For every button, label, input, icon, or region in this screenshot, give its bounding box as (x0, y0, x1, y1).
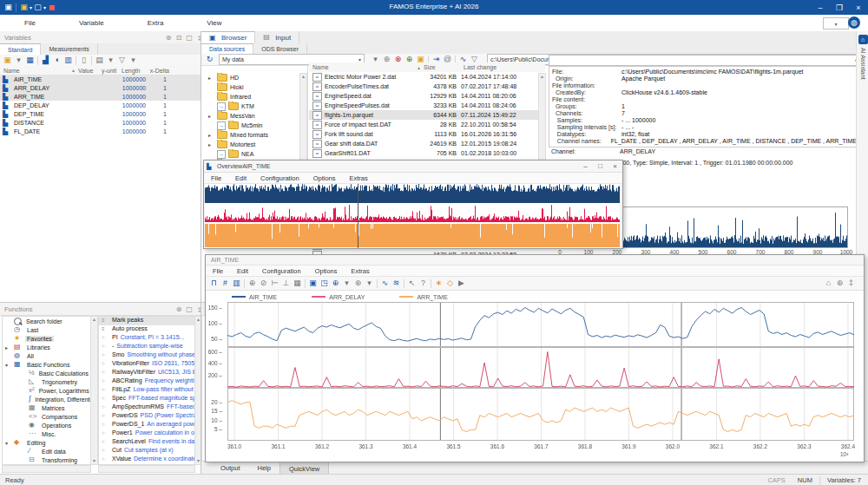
toolbar-icon[interactable]: ⊓ (208, 279, 220, 289)
legend-item[interactable]: AIR_TIME (232, 294, 277, 300)
folder-item[interactable]: ▸ Motortest (201, 140, 299, 149)
function-list-item[interactable]: ≡ Mark peaks (99, 317, 194, 325)
file-row[interactable]: ≈Gear shift data.DAT 24619 KB 12.01.2015… (309, 139, 545, 148)
variable-row[interactable]: ▙AIR_TIME 1000000 1 (0, 75, 201, 83)
toolbar-icon[interactable]: ▾ (13, 56, 24, 66)
quickview-chart[interactable] (227, 302, 854, 441)
panel-header-icon[interactable]: ⊡ (174, 34, 184, 42)
variables-tab[interactable]: Standard (0, 43, 41, 56)
toolbar-icon[interactable]: ⌂ (823, 279, 834, 289)
function-list-item[interactable]: ○ VibrationFilter ISO 2631, 7505, 534 (99, 360, 194, 369)
variables-tab[interactable]: Measurements (41, 43, 97, 55)
functions-tree-item[interactable]: ▦Matrices (3, 403, 90, 412)
overview-menu-item[interactable]: File (204, 174, 228, 182)
toolbar-icon[interactable] (244, 279, 245, 288)
functions-tree-item[interactable]: ◺Trigonometry (3, 377, 90, 386)
toolbar-icon[interactable]: ↖ (406, 279, 418, 289)
maximize-button[interactable]: ❐ (830, 3, 849, 12)
bottom-tab[interactable]: Help (249, 462, 279, 475)
toolbar-icon[interactable] (305, 279, 306, 288)
folder-item[interactable]: → NEA (201, 149, 299, 159)
col-xdelta[interactable]: x-Delta (147, 68, 169, 74)
file-row[interactable]: ≈flights-1m.parquet 6344 KB 07.11.2024 1… (309, 110, 545, 120)
functions-tree-item[interactable]: x²Power, Logarithms (3, 386, 90, 395)
browser-subtab[interactable]: Data sources (201, 43, 253, 55)
toolbar-icon[interactable]: ∗ (433, 279, 444, 289)
folder-item[interactable]: Infrared (201, 92, 299, 102)
panel-header-icon[interactable]: ⊛ (163, 34, 174, 42)
functions-tree-hscrollbar[interactable] (2, 465, 91, 473)
toolbar-icon[interactable]: ▽ (116, 56, 128, 66)
toolbar-icon[interactable]: ‡ (845, 279, 857, 289)
functions-tree-item[interactable]: ⋯Misc. (3, 429, 90, 438)
curve-menu-item[interactable]: File (206, 267, 230, 275)
overview-menu-item[interactable]: Edit (228, 174, 253, 182)
file-row[interactable]: ≈Fork lift sound.dat 1113 KB 16.01.2026 … (309, 129, 545, 139)
folder-item[interactable]: → KTM (201, 102, 299, 111)
variable-row[interactable]: ▙DEP_TIME 1000000 1 (0, 109, 201, 118)
functions-tree-item[interactable]: ∫Integration, Differentiation (3, 395, 90, 403)
toolbar-icon[interactable]: ▾ (105, 56, 116, 66)
toolbar-icon[interactable]: ▣ (307, 279, 319, 289)
toolbar-icon[interactable]: ▤ (94, 56, 105, 66)
functions-list-hscrollbar[interactable] (98, 465, 195, 473)
overview-title-bar[interactable]: ▙ OverviewAIR_TIME – □ × (204, 161, 622, 173)
overview-menu-item[interactable]: Options (306, 174, 343, 182)
function-list-item[interactable]: ○ AmpSpectrumRMS FFT-based magn (99, 403, 194, 412)
sort-asc-icon[interactable]: ▲ (417, 65, 424, 70)
toolbar-icon[interactable]: ▣ (2, 56, 13, 66)
toolbar-icon[interactable]: ◳ (319, 279, 330, 289)
col-value[interactable]: Value (78, 68, 102, 74)
menu-item[interactable]: Extra (137, 19, 174, 27)
file-row[interactable]: ≈EngineSpeedPulses.dat 3233 KB 14.04.201… (309, 101, 545, 110)
menu-item[interactable]: Variable (69, 19, 115, 27)
toolbar-icon[interactable]: ⊕ (330, 279, 341, 289)
file-row[interactable]: ≈EngineSpeed.dat 12929 KB 14.04.2011 08:… (309, 91, 545, 101)
close-button[interactable]: × (849, 3, 868, 12)
col-name[interactable]: Name (0, 68, 71, 74)
curve-menu-item[interactable]: Extras (345, 267, 377, 275)
menu-item[interactable]: View (196, 19, 232, 27)
function-list-item[interactable]: ○ FiltLpZ Low-pass filter without phas (99, 386, 194, 395)
functions-tree-item[interactable]: ∕Edit data (3, 447, 90, 456)
toolbar-icon[interactable]: ▾ (341, 279, 352, 289)
panel-header-icon[interactable]: ⊛ (174, 305, 184, 313)
function-list-item[interactable]: ○ XValue Determine x coordinate (99, 456, 194, 464)
file-col-size[interactable]: Size (424, 64, 457, 70)
functions-tree-item[interactable]: ▾▦Basic Functions (3, 360, 90, 369)
refresh-icon[interactable]: ↻ (204, 55, 215, 65)
file-list-scrollbar[interactable]: ▴ (538, 73, 546, 161)
function-list-item[interactable]: ○ RailwayVibFilter UIC513, JIS E4023 (99, 369, 194, 377)
toolbar-icon[interactable]: ⊛ (834, 279, 845, 289)
folder-item[interactable]: ▸ HD (201, 73, 299, 82)
toolbar-icon[interactable]: # (220, 279, 231, 289)
function-list-item[interactable]: ○ PowerDS PSD (Power Spectral Dens (99, 412, 194, 421)
toolbar-icon[interactable]: ≋ (391, 279, 402, 289)
toolbar-icon[interactable]: ▦ (24, 56, 36, 66)
function-list-item[interactable]: ○ ABCRating Frequency weighting as (99, 377, 194, 386)
toolbar-icon[interactable]: ⊕ (247, 279, 258, 289)
sort-asc-icon[interactable]: ▲ (71, 68, 78, 73)
file-row[interactable]: ≈GearShift01.DAT 705 KB 01.02.2018 10:03… (309, 148, 545, 158)
file-row[interactable]: ≈Electric Motor Power 2.dat 34201 KB 14.… (309, 72, 545, 82)
col-yunit[interactable]: y-unit (102, 68, 122, 74)
toolbar-icon[interactable]: ? (418, 279, 429, 289)
toolbar-icon[interactable]: ▾ (364, 279, 375, 289)
variable-row[interactable]: ▙DEP_DELAY 1000000 1 (0, 101, 201, 109)
toolbar-icon[interactable]: ⊢ (269, 279, 280, 289)
toolbar-icon[interactable]: ∿ (379, 279, 391, 289)
overview-strips-chart[interactable] (205, 184, 620, 248)
functions-tree-item[interactable]: ▾◆Editing (3, 438, 90, 447)
variable-row[interactable]: ▙FL_DATE 1000000 1 (0, 127, 201, 135)
toolbar-icon[interactable]: ▥ (62, 56, 74, 66)
col-length[interactable]: Length (122, 68, 147, 74)
variable-row[interactable]: ▙ARR_DELAY 1000000 1 (0, 83, 201, 92)
browser-subtab[interactable]: ODS Browser (253, 43, 307, 54)
folder-item[interactable]: → Mc5min (201, 121, 299, 130)
main-tab[interactable]: ▣Browser (201, 31, 255, 44)
toolbar-icon[interactable] (37, 56, 38, 65)
overview-menu-item[interactable]: Extras (343, 174, 375, 182)
functions-tree-item[interactable]: ⊟Transforming (3, 456, 90, 464)
curve-menu-item[interactable]: Options (308, 267, 345, 275)
toolbar-icon[interactable]: ▥ (231, 279, 242, 289)
